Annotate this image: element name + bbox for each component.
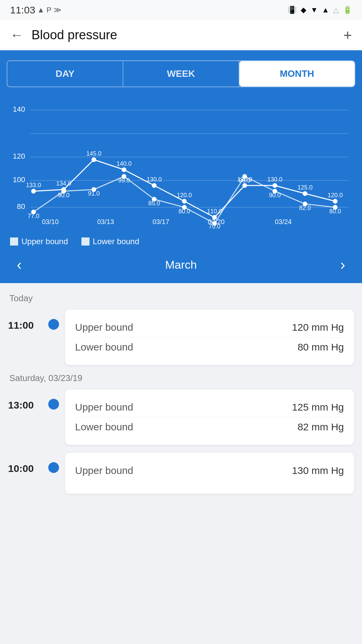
reading-card-1100: Upper bound 120 mm Hg Lower bound 80 mm … bbox=[65, 310, 354, 365]
upper-bound-value-2: 125 mm Hg bbox=[292, 401, 344, 413]
svg-text:70.0: 70.0 bbox=[208, 223, 220, 230]
svg-text:03/17: 03/17 bbox=[153, 218, 169, 225]
battery-icon: 🔋 bbox=[343, 6, 352, 14]
reading-upper-row-3: Upper bound 130 mm Hg bbox=[75, 461, 344, 480]
page-title: Blood pressure bbox=[32, 28, 343, 42]
svg-text:82.0: 82.0 bbox=[299, 205, 311, 211]
reading-time-1300: 13:00 bbox=[8, 389, 48, 411]
vibrate-icon: 📳 bbox=[288, 6, 297, 14]
status-time: 11:03 bbox=[10, 4, 35, 16]
svg-point-18 bbox=[92, 157, 96, 162]
header: ← Blood pressure + bbox=[0, 20, 362, 50]
wifi-icon: ▼ bbox=[310, 6, 318, 14]
svg-text:110.0: 110.0 bbox=[207, 208, 222, 215]
reading-dot-1100 bbox=[48, 319, 59, 330]
svg-text:134.0: 134.0 bbox=[56, 180, 71, 187]
legend-lower-box bbox=[81, 237, 89, 246]
legend-upper-box bbox=[10, 237, 18, 246]
lower-bound-value: 80 mm Hg bbox=[298, 341, 344, 353]
chart-legend: Upper bound Lower bound bbox=[7, 231, 355, 249]
reading-dot-1300 bbox=[48, 399, 59, 410]
signal-icon: ▲ bbox=[322, 6, 329, 14]
svg-text:85.0: 85.0 bbox=[148, 200, 160, 207]
period-tabs: DAY WEEK MONTH bbox=[7, 60, 355, 87]
status-bar: 11:03 ▲ P ≫ 📳 ◆ ▼ ▲ △ 🔋 bbox=[0, 0, 362, 20]
back-button[interactable]: ← bbox=[10, 28, 23, 43]
prev-month-button[interactable]: ‹ bbox=[17, 256, 22, 273]
svg-text:140.0: 140.0 bbox=[116, 160, 131, 167]
status-icon-automirrored: ▲ bbox=[37, 6, 45, 14]
svg-text:120.0: 120.0 bbox=[177, 192, 192, 199]
tab-week[interactable]: WEEK bbox=[123, 61, 239, 87]
legend-upper: Upper bound bbox=[10, 237, 68, 246]
signal2-icon: △ bbox=[333, 6, 339, 14]
svg-text:145.0: 145.0 bbox=[86, 150, 101, 157]
reading-row-1000: 10:00 Upper bound 130 mm Hg bbox=[8, 453, 354, 494]
upper-bound-label: Upper bound bbox=[75, 322, 133, 333]
status-icon-parking: P bbox=[47, 6, 52, 14]
chart-svg: 140 120 100 80 03/10 03/13 03/17 03/20 0… bbox=[7, 97, 355, 231]
reading-lower-row: Lower bound 80 mm Hg bbox=[75, 337, 344, 357]
month-navigation: ‹ March › bbox=[7, 249, 355, 276]
reading-lower-row-2: Lower bound 82 mm Hg bbox=[75, 417, 344, 437]
tab-day[interactable]: DAY bbox=[7, 61, 123, 87]
svg-text:130.0: 130.0 bbox=[146, 176, 162, 183]
reading-upper-row-2: Upper bound 125 mm Hg bbox=[75, 397, 344, 417]
legend-upper-label: Upper bound bbox=[21, 237, 68, 246]
svg-text:130.0: 130.0 bbox=[267, 176, 282, 183]
reading-time-1000: 10:00 bbox=[8, 453, 48, 474]
next-month-button[interactable]: › bbox=[340, 256, 345, 273]
lower-bound-value-2: 82 mm Hg bbox=[298, 421, 344, 433]
reading-card-1300: Upper bound 125 mm Hg Lower bound 82 mm … bbox=[65, 389, 354, 445]
svg-point-26 bbox=[212, 215, 217, 220]
upper-bound-value-3: 130 mm Hg bbox=[292, 465, 344, 476]
add-button[interactable]: + bbox=[343, 27, 352, 44]
section-label-today: Today bbox=[8, 293, 354, 304]
svg-text:99.0: 99.0 bbox=[118, 177, 130, 184]
svg-text:03/13: 03/13 bbox=[97, 218, 114, 225]
svg-point-30 bbox=[273, 183, 277, 188]
upper-bound-label-3: Upper bound bbox=[75, 465, 133, 476]
svg-text:120: 120 bbox=[13, 152, 25, 160]
svg-point-34 bbox=[333, 199, 338, 204]
reading-time-1100: 11:00 bbox=[8, 310, 48, 331]
svg-point-28 bbox=[242, 183, 247, 188]
reading-row-1100: 11:00 Upper bound 120 mm Hg Lower bound … bbox=[8, 310, 354, 365]
tab-month[interactable]: MONTH bbox=[239, 61, 355, 87]
reading-dot-1000 bbox=[48, 462, 59, 473]
svg-point-22 bbox=[152, 183, 157, 188]
current-month-label: March bbox=[165, 258, 197, 271]
svg-text:100: 100 bbox=[13, 175, 25, 184]
svg-point-14 bbox=[31, 189, 36, 194]
svg-text:125.0: 125.0 bbox=[297, 184, 312, 191]
legend-lower-label: Lower bound bbox=[93, 237, 139, 246]
svg-text:90.0: 90.0 bbox=[58, 192, 69, 199]
svg-text:03/24: 03/24 bbox=[275, 218, 292, 225]
svg-text:90.0: 90.0 bbox=[269, 192, 281, 199]
svg-text:133.0: 133.0 bbox=[26, 182, 41, 189]
svg-text:80.0: 80.0 bbox=[329, 208, 341, 215]
status-icon-media: ≫ bbox=[54, 6, 61, 14]
svg-text:03/10: 03/10 bbox=[42, 218, 59, 225]
status-right-icons: 📳 ◆ ▼ ▲ △ 🔋 bbox=[288, 6, 352, 14]
bluetooth-icon: ◆ bbox=[301, 6, 306, 14]
lower-bound-label-2: Lower bound bbox=[75, 421, 133, 433]
reading-card-1000: Upper bound 130 mm Hg bbox=[65, 453, 354, 494]
svg-point-24 bbox=[182, 199, 187, 204]
reading-row-1300: 13:00 Upper bound 125 mm Hg Lower bound … bbox=[8, 389, 354, 445]
svg-text:99.0: 99.0 bbox=[239, 177, 250, 184]
lower-bound-label: Lower bound bbox=[75, 341, 133, 353]
reading-upper-row: Upper bound 120 mm Hg bbox=[75, 318, 344, 337]
blood-pressure-chart: 140 120 100 80 03/10 03/13 03/17 03/20 0… bbox=[7, 97, 355, 231]
upper-bound-label-2: Upper bound bbox=[75, 401, 133, 413]
svg-text:120.0: 120.0 bbox=[327, 192, 343, 199]
legend-lower: Lower bound bbox=[81, 237, 139, 246]
svg-text:80: 80 bbox=[17, 202, 25, 211]
svg-point-20 bbox=[122, 167, 126, 172]
svg-text:140: 140 bbox=[13, 105, 25, 113]
chart-container: DAY WEEK MONTH 140 120 100 80 03/10 03/1… bbox=[0, 50, 362, 283]
svg-text:91.0: 91.0 bbox=[88, 190, 100, 197]
svg-text:80.0: 80.0 bbox=[178, 208, 190, 215]
section-label-saturday: Saturday, 03/23/19 bbox=[8, 373, 354, 383]
upper-bound-value: 120 mm Hg bbox=[292, 322, 344, 333]
